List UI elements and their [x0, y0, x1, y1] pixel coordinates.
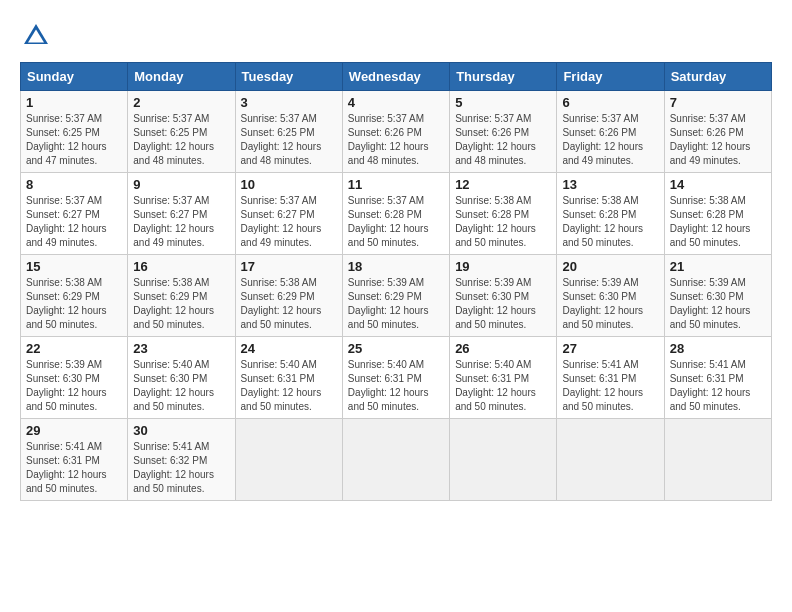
day-detail: Sunrise: 5:41 AMSunset: 6:31 PMDaylight:…: [562, 359, 643, 412]
calendar-cell: 5 Sunrise: 5:37 AMSunset: 6:26 PMDayligh…: [450, 91, 557, 173]
day-detail: Sunrise: 5:37 AMSunset: 6:26 PMDaylight:…: [670, 113, 751, 166]
day-detail: Sunrise: 5:37 AMSunset: 6:26 PMDaylight:…: [348, 113, 429, 166]
header-day-sunday: Sunday: [21, 63, 128, 91]
calendar-cell: [557, 419, 664, 501]
day-detail: Sunrise: 5:38 AMSunset: 6:28 PMDaylight:…: [562, 195, 643, 248]
day-detail: Sunrise: 5:38 AMSunset: 6:29 PMDaylight:…: [241, 277, 322, 330]
day-number: 20: [562, 259, 658, 274]
calendar-week-3: 15 Sunrise: 5:38 AMSunset: 6:29 PMDaylig…: [21, 255, 772, 337]
day-number: 4: [348, 95, 444, 110]
day-number: 10: [241, 177, 337, 192]
calendar-cell: 26 Sunrise: 5:40 AMSunset: 6:31 PMDaylig…: [450, 337, 557, 419]
day-number: 22: [26, 341, 122, 356]
day-number: 30: [133, 423, 229, 438]
day-detail: Sunrise: 5:40 AMSunset: 6:31 PMDaylight:…: [348, 359, 429, 412]
calendar-cell: [342, 419, 449, 501]
calendar-cell: 3 Sunrise: 5:37 AMSunset: 6:25 PMDayligh…: [235, 91, 342, 173]
day-detail: Sunrise: 5:37 AMSunset: 6:27 PMDaylight:…: [241, 195, 322, 248]
day-detail: Sunrise: 5:39 AMSunset: 6:30 PMDaylight:…: [562, 277, 643, 330]
day-number: 29: [26, 423, 122, 438]
day-number: 19: [455, 259, 551, 274]
calendar-cell: 25 Sunrise: 5:40 AMSunset: 6:31 PMDaylig…: [342, 337, 449, 419]
day-number: 6: [562, 95, 658, 110]
calendar-cell: 6 Sunrise: 5:37 AMSunset: 6:26 PMDayligh…: [557, 91, 664, 173]
calendar-cell: 7 Sunrise: 5:37 AMSunset: 6:26 PMDayligh…: [664, 91, 771, 173]
header-day-saturday: Saturday: [664, 63, 771, 91]
logo: [20, 20, 56, 52]
header-row: SundayMondayTuesdayWednesdayThursdayFrid…: [21, 63, 772, 91]
calendar-cell: 15 Sunrise: 5:38 AMSunset: 6:29 PMDaylig…: [21, 255, 128, 337]
calendar-cell: 18 Sunrise: 5:39 AMSunset: 6:29 PMDaylig…: [342, 255, 449, 337]
day-number: 8: [26, 177, 122, 192]
day-number: 23: [133, 341, 229, 356]
calendar-cell: 10 Sunrise: 5:37 AMSunset: 6:27 PMDaylig…: [235, 173, 342, 255]
day-number: 9: [133, 177, 229, 192]
calendar-cell: 24 Sunrise: 5:40 AMSunset: 6:31 PMDaylig…: [235, 337, 342, 419]
calendar-cell: 12 Sunrise: 5:38 AMSunset: 6:28 PMDaylig…: [450, 173, 557, 255]
calendar-table: SundayMondayTuesdayWednesdayThursdayFrid…: [20, 62, 772, 501]
day-number: 24: [241, 341, 337, 356]
day-detail: Sunrise: 5:37 AMSunset: 6:26 PMDaylight:…: [562, 113, 643, 166]
calendar-cell: 2 Sunrise: 5:37 AMSunset: 6:25 PMDayligh…: [128, 91, 235, 173]
day-detail: Sunrise: 5:39 AMSunset: 6:30 PMDaylight:…: [670, 277, 751, 330]
day-number: 2: [133, 95, 229, 110]
day-detail: Sunrise: 5:37 AMSunset: 6:27 PMDaylight:…: [133, 195, 214, 248]
day-number: 13: [562, 177, 658, 192]
calendar-cell: 11 Sunrise: 5:37 AMSunset: 6:28 PMDaylig…: [342, 173, 449, 255]
calendar-cell: 27 Sunrise: 5:41 AMSunset: 6:31 PMDaylig…: [557, 337, 664, 419]
header-day-friday: Friday: [557, 63, 664, 91]
page-header: [20, 20, 772, 52]
day-detail: Sunrise: 5:37 AMSunset: 6:27 PMDaylight:…: [26, 195, 107, 248]
day-detail: Sunrise: 5:38 AMSunset: 6:29 PMDaylight:…: [133, 277, 214, 330]
day-detail: Sunrise: 5:39 AMSunset: 6:30 PMDaylight:…: [26, 359, 107, 412]
calendar-cell: 21 Sunrise: 5:39 AMSunset: 6:30 PMDaylig…: [664, 255, 771, 337]
header-day-thursday: Thursday: [450, 63, 557, 91]
day-detail: Sunrise: 5:41 AMSunset: 6:31 PMDaylight:…: [26, 441, 107, 494]
calendar-cell: 19 Sunrise: 5:39 AMSunset: 6:30 PMDaylig…: [450, 255, 557, 337]
day-number: 12: [455, 177, 551, 192]
day-detail: Sunrise: 5:39 AMSunset: 6:29 PMDaylight:…: [348, 277, 429, 330]
calendar-cell: 22 Sunrise: 5:39 AMSunset: 6:30 PMDaylig…: [21, 337, 128, 419]
day-detail: Sunrise: 5:39 AMSunset: 6:30 PMDaylight:…: [455, 277, 536, 330]
day-detail: Sunrise: 5:37 AMSunset: 6:26 PMDaylight:…: [455, 113, 536, 166]
day-number: 14: [670, 177, 766, 192]
day-number: 28: [670, 341, 766, 356]
day-detail: Sunrise: 5:37 AMSunset: 6:25 PMDaylight:…: [133, 113, 214, 166]
day-number: 27: [562, 341, 658, 356]
day-detail: Sunrise: 5:40 AMSunset: 6:31 PMDaylight:…: [241, 359, 322, 412]
calendar-cell: 13 Sunrise: 5:38 AMSunset: 6:28 PMDaylig…: [557, 173, 664, 255]
calendar-cell: 14 Sunrise: 5:38 AMSunset: 6:28 PMDaylig…: [664, 173, 771, 255]
day-detail: Sunrise: 5:37 AMSunset: 6:28 PMDaylight:…: [348, 195, 429, 248]
calendar-cell: 23 Sunrise: 5:40 AMSunset: 6:30 PMDaylig…: [128, 337, 235, 419]
calendar-cell: 30 Sunrise: 5:41 AMSunset: 6:32 PMDaylig…: [128, 419, 235, 501]
day-number: 18: [348, 259, 444, 274]
day-detail: Sunrise: 5:38 AMSunset: 6:28 PMDaylight:…: [670, 195, 751, 248]
calendar-cell: 1 Sunrise: 5:37 AMSunset: 6:25 PMDayligh…: [21, 91, 128, 173]
calendar-body: 1 Sunrise: 5:37 AMSunset: 6:25 PMDayligh…: [21, 91, 772, 501]
day-number: 26: [455, 341, 551, 356]
day-number: 1: [26, 95, 122, 110]
calendar-cell: 8 Sunrise: 5:37 AMSunset: 6:27 PMDayligh…: [21, 173, 128, 255]
calendar-cell: 28 Sunrise: 5:41 AMSunset: 6:31 PMDaylig…: [664, 337, 771, 419]
calendar-cell: 4 Sunrise: 5:37 AMSunset: 6:26 PMDayligh…: [342, 91, 449, 173]
calendar-cell: [450, 419, 557, 501]
calendar-week-1: 1 Sunrise: 5:37 AMSunset: 6:25 PMDayligh…: [21, 91, 772, 173]
header-day-monday: Monday: [128, 63, 235, 91]
calendar-cell: 17 Sunrise: 5:38 AMSunset: 6:29 PMDaylig…: [235, 255, 342, 337]
calendar-cell: 20 Sunrise: 5:39 AMSunset: 6:30 PMDaylig…: [557, 255, 664, 337]
day-number: 15: [26, 259, 122, 274]
day-detail: Sunrise: 5:38 AMSunset: 6:29 PMDaylight:…: [26, 277, 107, 330]
day-number: 17: [241, 259, 337, 274]
calendar-cell: 16 Sunrise: 5:38 AMSunset: 6:29 PMDaylig…: [128, 255, 235, 337]
calendar-cell: 9 Sunrise: 5:37 AMSunset: 6:27 PMDayligh…: [128, 173, 235, 255]
header-day-tuesday: Tuesday: [235, 63, 342, 91]
calendar-cell: [235, 419, 342, 501]
calendar-week-2: 8 Sunrise: 5:37 AMSunset: 6:27 PMDayligh…: [21, 173, 772, 255]
day-number: 16: [133, 259, 229, 274]
calendar-week-5: 29 Sunrise: 5:41 AMSunset: 6:31 PMDaylig…: [21, 419, 772, 501]
day-number: 7: [670, 95, 766, 110]
day-number: 21: [670, 259, 766, 274]
day-detail: Sunrise: 5:41 AMSunset: 6:32 PMDaylight:…: [133, 441, 214, 494]
day-number: 25: [348, 341, 444, 356]
day-number: 3: [241, 95, 337, 110]
